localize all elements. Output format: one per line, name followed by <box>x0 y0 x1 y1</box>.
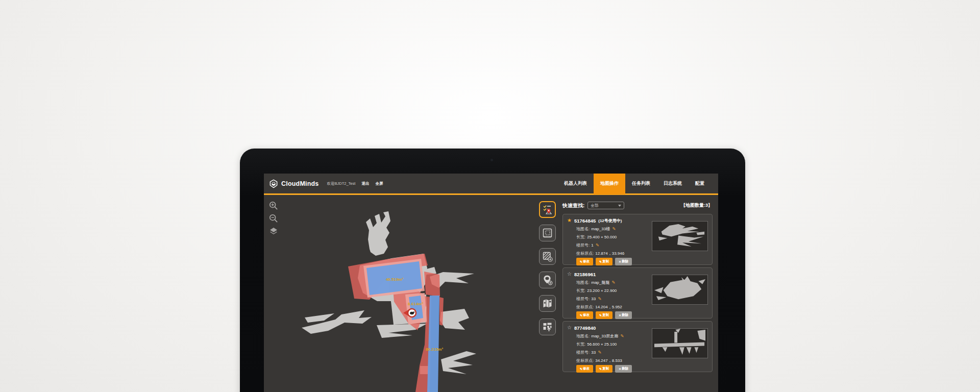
modify-button[interactable]: ✎修改 <box>576 311 593 319</box>
task-points-icon <box>542 204 553 215</box>
copy-button[interactable]: ✎复制 <box>596 258 612 265</box>
layers-button[interactable] <box>268 226 279 237</box>
card-actions: ✎修改 ✎复制 ✕删除 <box>576 365 708 373</box>
webcam-dot <box>491 159 493 161</box>
slam-map-canvas[interactable]: 40.519m² 8.614m² 80.215m² <box>264 197 537 392</box>
chevron-down-icon <box>618 205 621 207</box>
map-card[interactable]: ☆ 82186961 地图名: map_腿腿 ✎ 长宽: 23.200 × 22… <box>562 267 713 318</box>
map-card[interactable]: ★ 51764845 (12号使用中) 地图名: map_33楼 ✎ 长宽: 2… <box>562 214 713 265</box>
main-nav: 机器人列表 地图操作 任务列表 日志系统 配置 <box>557 174 718 194</box>
tool-map-marker-button[interactable] <box>539 295 556 312</box>
edit-pencil-icon[interactable]: ✎ <box>620 333 624 338</box>
laptop-mockup: CloudMinds 欢迎BJDT2_Test 退出 全屏 机器人列表 地图操作… <box>240 149 745 392</box>
copy-button[interactable]: ✎复制 <box>596 311 612 319</box>
delete-button[interactable]: ✕删除 <box>615 258 632 265</box>
nav-configuration[interactable]: 配置 <box>689 174 711 194</box>
quick-find-bar: 快速查找: 全部 【地图数量:3】 <box>562 201 713 210</box>
modify-button[interactable]: ✎修改 <box>576 258 593 265</box>
favorite-star-icon[interactable]: ☆ <box>567 272 572 277</box>
favorite-star-icon[interactable]: ★ <box>567 218 572 223</box>
map-thumbnail <box>652 221 708 251</box>
map-id: 87749840 <box>574 325 596 331</box>
map-filter-select[interactable]: 全部 <box>587 202 624 209</box>
edit-pencil-icon[interactable]: ✎ <box>612 226 616 231</box>
zoom-in-button[interactable] <box>268 201 279 212</box>
tool-upload-map-button[interactable] <box>539 318 556 335</box>
edit-pencil-icon[interactable]: ✎ <box>596 242 599 248</box>
zoom-in-icon <box>269 201 278 210</box>
layers-icon <box>269 227 278 236</box>
edit-pencil-icon[interactable]: ✎ <box>598 296 601 301</box>
zoom-out-button[interactable] <box>268 213 279 225</box>
map-id: 82186961 <box>574 272 596 277</box>
modify-button[interactable]: ✎修改 <box>576 365 593 373</box>
edit-pencil-icon[interactable]: ✎ <box>611 280 615 285</box>
nav-log-system[interactable]: 日志系统 <box>657 174 689 194</box>
map-thumbnail <box>652 275 708 305</box>
map-toolbar <box>537 197 557 392</box>
app-header: CloudMinds 欢迎BJDT2_Test 退出 全屏 机器人列表 地图操作… <box>264 174 718 195</box>
tool-add-region-button[interactable] <box>539 248 556 265</box>
map-id: 51764845 <box>574 218 596 224</box>
nav-task-list[interactable]: 任务列表 <box>625 174 657 194</box>
tool-task-points-button[interactable] <box>539 201 556 218</box>
fullscreen-link[interactable]: 全屏 <box>375 181 383 186</box>
delete-button[interactable]: ✕删除 <box>615 365 632 373</box>
copy-button[interactable]: ✎复制 <box>596 365 612 373</box>
map-view[interactable]: 40.519m² 8.614m² 80.215m² <box>264 197 537 392</box>
map-thumbnail <box>652 328 708 358</box>
edit-pencil-icon[interactable]: ✎ <box>598 350 601 355</box>
app-body: 40.519m² 8.614m² 80.215m² <box>264 197 718 392</box>
logout-link[interactable]: 退出 <box>361 181 369 186</box>
nav-robot-list[interactable]: 机器人列表 <box>557 174 594 194</box>
welcome-text: 欢迎BJDT2_Test <box>327 181 356 186</box>
card-actions: ✎修改 ✎复制 ✕删除 <box>576 258 708 265</box>
area-label-3: 80.215m² <box>426 347 444 352</box>
brand-name: CloudMinds <box>281 180 319 187</box>
quick-find-label: 快速查找: <box>562 202 584 209</box>
delete-button[interactable]: ✕删除 <box>615 311 632 319</box>
area-label-1: 40.519m² <box>386 277 404 282</box>
add-region-icon <box>542 251 553 262</box>
map-card[interactable]: ☆ 87749840 地图名: map_33层走廊 ✎ 长宽: 56.600 ×… <box>562 321 713 372</box>
map-in-use-tag: (12号使用中) <box>598 218 622 224</box>
zoom-out-icon <box>269 214 278 223</box>
measure-icon <box>542 228 553 238</box>
upload-map-icon <box>542 322 553 332</box>
cloudminds-logo-icon <box>269 179 278 188</box>
map-filter-value: 全部 <box>591 203 618 208</box>
tool-measure-button[interactable] <box>539 225 556 241</box>
map-count-badge: 【地图数量:3】 <box>681 202 713 209</box>
tool-add-point-button[interactable] <box>539 272 556 288</box>
card-actions: ✎修改 ✎复制 ✕删除 <box>576 311 708 319</box>
map-marker-icon <box>542 298 553 309</box>
app-screen: CloudMinds 欢迎BJDT2_Test 退出 全屏 机器人列表 地图操作… <box>264 174 718 392</box>
nav-map-operations[interactable]: 地图操作 <box>594 174 625 194</box>
add-point-icon <box>542 275 553 285</box>
map-list-panel: 快速查找: 全部 【地图数量:3】 ★ 51764845 (12号使用中) <box>557 197 718 392</box>
favorite-star-icon[interactable]: ☆ <box>567 325 572 330</box>
brand: CloudMinds <box>264 179 319 188</box>
area-label-2: 8.614m² <box>408 302 423 306</box>
map-controls <box>268 201 279 237</box>
